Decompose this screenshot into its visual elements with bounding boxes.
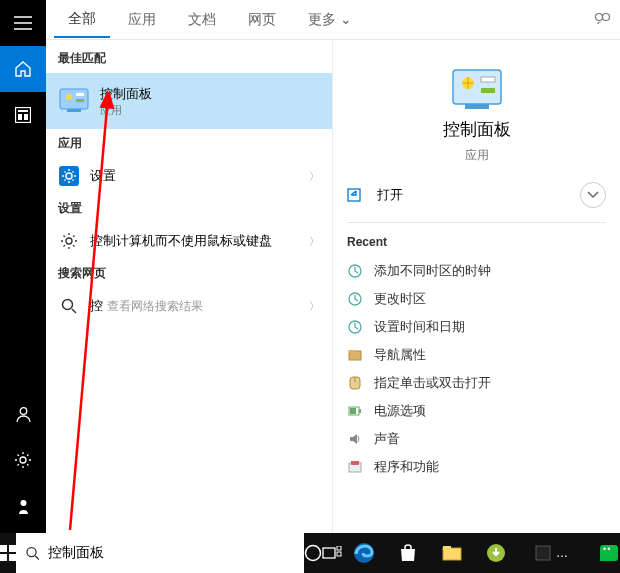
recent-item-sound[interactable]: 声音	[347, 425, 606, 453]
svg-point-4	[20, 407, 27, 414]
svg-rect-28	[349, 350, 354, 353]
programs-icon	[347, 459, 363, 475]
mouse-icon	[347, 375, 363, 391]
svg-rect-50	[536, 546, 550, 560]
svg-rect-38	[9, 545, 16, 552]
result-settings[interactable]: 设置 〉	[46, 158, 332, 194]
control-panel-icon	[58, 85, 90, 117]
svg-rect-12	[76, 93, 84, 96]
chevron-right-icon: 〉	[309, 299, 320, 314]
taskbar-search-box[interactable]	[16, 533, 304, 573]
svg-rect-19	[465, 104, 489, 109]
result-web-search[interactable]: 控 查看网络搜索结果 〉	[46, 288, 332, 324]
svg-point-17	[63, 300, 73, 310]
svg-rect-40	[9, 554, 16, 561]
svg-point-6	[20, 500, 26, 506]
svg-rect-39	[0, 554, 7, 561]
taskbar: … 微信	[0, 533, 620, 573]
hamburger-menu-icon[interactable]	[0, 0, 46, 46]
search-input[interactable]	[48, 545, 294, 561]
chevron-down-icon: ⌄	[340, 11, 352, 27]
action-open[interactable]: 打开	[347, 180, 403, 210]
svg-rect-43	[323, 548, 335, 558]
taskbar-app-store[interactable]	[386, 533, 430, 573]
tab-all[interactable]: 全部	[54, 2, 110, 38]
folder-icon	[347, 347, 363, 363]
control-panel-icon	[451, 68, 503, 112]
gear-icon[interactable]	[0, 437, 46, 483]
recent-item-datetime[interactable]: 设置时间和日期	[347, 313, 606, 341]
person-icon[interactable]	[0, 391, 46, 437]
svg-rect-10	[67, 109, 81, 112]
result-accessibility-no-mouse[interactable]: 控制计算机而不使用鼠标或键盘 〉	[46, 223, 332, 259]
section-web: 搜索网页	[46, 259, 332, 288]
expand-actions-button[interactable]	[580, 182, 606, 208]
wechat-icon	[600, 545, 618, 561]
tab-apps[interactable]: 应用	[114, 3, 170, 37]
svg-rect-3	[24, 114, 28, 120]
start-button[interactable]	[0, 533, 16, 573]
tab-more[interactable]: 更多 ⌄	[294, 3, 366, 37]
svg-rect-32	[359, 409, 361, 413]
open-icon	[347, 188, 365, 202]
result-control-panel[interactable]: 控制面板 应用	[46, 73, 332, 129]
svg-rect-2	[18, 114, 22, 120]
home-icon[interactable]	[0, 46, 46, 92]
svg-point-11	[66, 94, 72, 100]
filter-tabs: 全部 应用 文档 网页 更多 ⌄	[46, 0, 620, 40]
power-icon[interactable]	[0, 483, 46, 529]
chevron-right-icon: 〉	[309, 169, 320, 184]
svg-rect-13	[76, 99, 84, 102]
task-view-button[interactable]	[322, 533, 342, 573]
tab-web[interactable]: 网页	[234, 3, 290, 37]
section-settings: 设置	[46, 194, 332, 223]
svg-point-7	[596, 13, 603, 20]
taskbar-app-running[interactable]: …	[518, 533, 588, 573]
gear-icon	[58, 230, 80, 252]
clock-icon	[347, 291, 363, 307]
dashboard-icon[interactable]	[0, 92, 46, 138]
svg-rect-37	[0, 545, 7, 552]
tab-documents[interactable]: 文档	[174, 3, 230, 37]
speaker-icon	[347, 431, 363, 447]
results-list: 最佳匹配 控制面板 应用 应用 设置 〉 设置	[46, 40, 332, 533]
recent-item-timezone[interactable]: 更改时区	[347, 285, 606, 313]
clock-icon	[347, 263, 363, 279]
clock-icon	[347, 319, 363, 335]
taskbar-app-explorer[interactable]	[430, 533, 474, 573]
taskbar-app-edge[interactable]	[342, 533, 386, 573]
battery-icon	[347, 403, 363, 419]
cortana-button[interactable]	[304, 533, 322, 573]
feedback-icon[interactable]	[594, 12, 612, 28]
svg-rect-18	[453, 70, 501, 104]
search-icon	[58, 295, 80, 317]
taskbar-app-wechat[interactable]: 微信	[588, 533, 620, 573]
taskbar-app-downloader[interactable]	[474, 533, 518, 573]
section-apps: 应用	[46, 129, 332, 158]
settings-icon	[58, 165, 80, 187]
svg-point-16	[66, 238, 72, 244]
section-best-match: 最佳匹配	[46, 44, 332, 73]
svg-rect-44	[337, 546, 341, 550]
recent-item-clocks[interactable]: 添加不同时区的时钟	[347, 257, 606, 285]
svg-rect-33	[350, 408, 356, 414]
svg-point-42	[306, 546, 321, 561]
svg-rect-1	[18, 110, 28, 112]
recent-label: Recent	[347, 235, 606, 249]
preview-subtype: 应用	[465, 147, 489, 164]
preview-title: 控制面板	[443, 118, 511, 141]
search-icon	[26, 546, 40, 561]
svg-point-41	[27, 547, 36, 556]
svg-rect-0	[16, 108, 31, 123]
start-menu-left-rail	[0, 0, 46, 533]
svg-point-8	[603, 13, 610, 20]
svg-rect-21	[481, 77, 495, 82]
recent-item-power[interactable]: 电源选项	[347, 397, 606, 425]
search-results-panel: 全部 应用 文档 网页 更多 ⌄ 最佳匹配 控制面板 应用 应用	[46, 0, 620, 533]
svg-rect-48	[443, 546, 451, 550]
recent-item-click[interactable]: 指定单击或双击打开	[347, 369, 606, 397]
chevron-right-icon: 〉	[309, 234, 320, 249]
recent-item-programs[interactable]: 程序和功能	[347, 453, 606, 481]
svg-rect-45	[337, 552, 341, 556]
recent-item-navprops[interactable]: 导航属性	[347, 341, 606, 369]
